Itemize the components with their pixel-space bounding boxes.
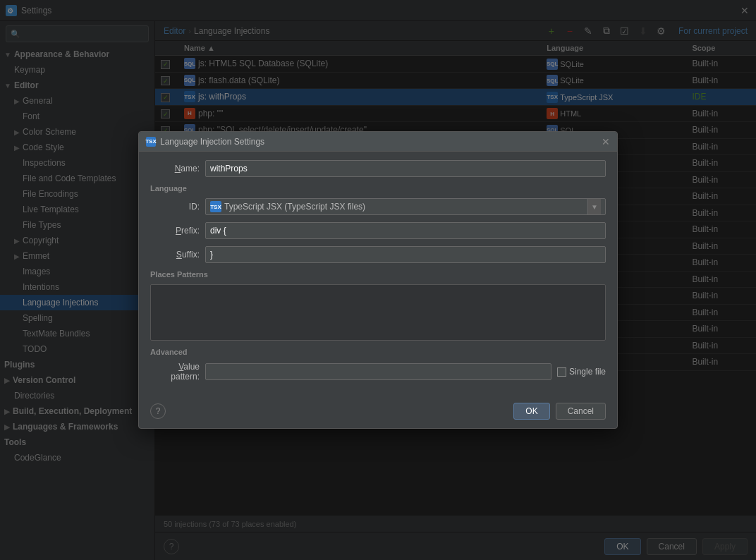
modal-footer-buttons: OK Cancel xyxy=(513,403,606,420)
modal-footer: ? OK Cancel xyxy=(139,397,617,428)
modal-body: Name: Language ID: TSX TypeScript JSX (T… xyxy=(139,152,617,397)
tsx-icon: TSX xyxy=(210,201,221,212)
advanced-label: Advanced xyxy=(150,348,606,356)
modal-cancel-button[interactable]: Cancel xyxy=(556,403,606,420)
language-section-label: Language xyxy=(150,184,606,193)
prefix-input[interactable] xyxy=(205,222,606,239)
suffix-input[interactable] xyxy=(205,246,606,263)
value-pattern-label: Value pattern: xyxy=(150,362,200,382)
modal-overlay: TSX Language Injection Settings ✕ Name: … xyxy=(0,0,756,560)
prefix-row: Prefix: xyxy=(150,222,606,239)
modal-help-button[interactable]: ? xyxy=(150,403,166,419)
single-file-checkbox[interactable] xyxy=(557,367,566,377)
modal-title: Language Injection Settings xyxy=(160,137,602,147)
single-file-wrap: Single file xyxy=(557,367,606,377)
single-file-label: Single file xyxy=(569,367,606,377)
suffix-label: Suffix: xyxy=(150,250,200,260)
modal-ok-button[interactable]: OK xyxy=(513,403,549,420)
id-row: ID: TSX TypeScript JSX (TypeScript JSX f… xyxy=(150,198,606,215)
advanced-row: Value pattern: Single file xyxy=(150,362,606,382)
modal-title-icon: TSX xyxy=(146,137,156,147)
language-injection-settings-modal: TSX Language Injection Settings ✕ Name: … xyxy=(138,131,618,429)
places-patterns-label: Places Patterns xyxy=(150,270,606,279)
name-row: Name: xyxy=(150,160,606,177)
suffix-row: Suffix: xyxy=(150,246,606,263)
name-input[interactable] xyxy=(205,160,606,177)
value-pattern-input[interactable] xyxy=(205,363,551,380)
modal-title-bar: TSX Language Injection Settings ✕ xyxy=(139,132,617,152)
id-select-container[interactable]: TSX TypeScript JSX (TypeScript JSX files… xyxy=(205,198,606,215)
id-label: ID: xyxy=(150,202,200,212)
id-dropdown-button[interactable]: ▼ xyxy=(587,199,601,214)
prefix-label: Prefix: xyxy=(150,226,200,236)
name-label: Name: xyxy=(150,164,200,174)
places-patterns-container[interactable] xyxy=(150,284,606,341)
id-select-text: TypeScript JSX (TypeScript JSX files) xyxy=(224,202,587,212)
modal-close-button[interactable]: ✕ xyxy=(602,136,610,147)
